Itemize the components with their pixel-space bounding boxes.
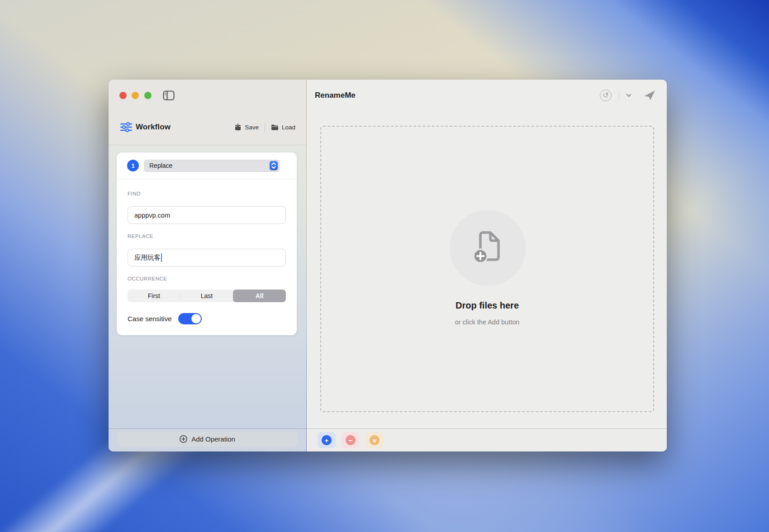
undo-button[interactable]: ↺ bbox=[600, 90, 612, 101]
save-label: Save bbox=[245, 124, 259, 131]
find-value: apppvp.com bbox=[134, 212, 170, 219]
save-icon bbox=[234, 124, 242, 131]
header-divider bbox=[619, 90, 619, 100]
sidebar-title: Workflow bbox=[136, 123, 171, 132]
load-workflow-button[interactable]: Load bbox=[271, 124, 295, 131]
add-files-button[interactable]: + bbox=[318, 432, 336, 448]
occurrence-option-last[interactable]: Last bbox=[180, 290, 233, 302]
sidebar-footer: Add Operation bbox=[109, 428, 306, 451]
add-operation-label: Add Operation bbox=[191, 435, 235, 443]
load-label: Load bbox=[282, 124, 295, 131]
operation-card: 1 Replace FIND apppvp.com REPLACE bbox=[117, 152, 297, 335]
minimize-button[interactable] bbox=[132, 92, 139, 99]
operation-card-header: 1 Replace bbox=[117, 152, 297, 179]
operation-type-select[interactable]: Replace bbox=[144, 160, 280, 172]
clear-files-button[interactable]: × bbox=[366, 432, 384, 448]
sliders-icon bbox=[120, 122, 132, 132]
actions-divider bbox=[265, 123, 265, 132]
save-workflow-button[interactable]: Save bbox=[234, 124, 259, 131]
step-number-badge: 1 bbox=[127, 160, 139, 171]
main-footer: + − × bbox=[307, 428, 667, 451]
main-pane: RenameMe ↺ bbox=[307, 80, 667, 451]
case-sensitive-toggle[interactable] bbox=[178, 313, 202, 324]
operation-card-body: FIND apppvp.com REPLACE 应用玩客 OCCURRENCE … bbox=[117, 191, 297, 324]
run-button[interactable] bbox=[644, 90, 655, 101]
minus-icon: − bbox=[346, 435, 356, 445]
case-sensitive-row: Case sensitive bbox=[128, 313, 286, 324]
dropzone-title: Drop files here bbox=[321, 300, 653, 311]
send-icon bbox=[644, 90, 655, 101]
cross-icon: × bbox=[370, 435, 380, 445]
close-button[interactable] bbox=[119, 92, 127, 99]
plus-icon: + bbox=[322, 435, 332, 445]
folder-icon bbox=[271, 124, 279, 131]
sidebar: Workflow Save bbox=[109, 80, 307, 451]
remove-files-button[interactable]: − bbox=[342, 432, 360, 448]
add-operation-button[interactable]: Add Operation bbox=[118, 431, 298, 447]
dropzone-subtitle: or click the Add button bbox=[321, 318, 653, 326]
toggle-knob bbox=[191, 314, 201, 323]
occurrence-option-first[interactable]: First bbox=[128, 290, 180, 302]
sidebar-actions: Save Load bbox=[234, 123, 295, 132]
plus-circle-icon bbox=[180, 435, 187, 443]
undo-icon: ↺ bbox=[603, 92, 608, 99]
occurrence-label: OCCURRENCE bbox=[128, 276, 286, 282]
replace-value: 应用玩客 bbox=[134, 253, 161, 262]
document-add-icon bbox=[470, 229, 505, 267]
header-actions: ↺ bbox=[600, 89, 655, 102]
zoom-button[interactable] bbox=[144, 92, 152, 99]
file-dropzone[interactable]: Drop files here or click the Add button bbox=[320, 126, 654, 412]
dropzone-circle bbox=[450, 210, 526, 286]
occurrence-option-all[interactable]: All bbox=[233, 290, 286, 302]
chevron-down-icon bbox=[626, 94, 631, 97]
sidebar-toggle-icon bbox=[163, 90, 175, 100]
menu-dropdown-button[interactable] bbox=[624, 90, 634, 100]
find-input[interactable]: apppvp.com bbox=[128, 206, 286, 224]
text-cursor bbox=[161, 253, 162, 262]
sidebar-toggle-button[interactable] bbox=[162, 90, 176, 101]
find-label: FIND bbox=[128, 191, 286, 197]
occurrence-segmented-control: First Last All bbox=[128, 290, 286, 302]
replace-label: REPLACE bbox=[128, 233, 286, 240]
renameme-window: Workflow Save bbox=[109, 80, 667, 451]
operation-type-value: Replace bbox=[149, 162, 172, 169]
workflow-header: Workflow bbox=[120, 122, 171, 132]
select-stepper-icon bbox=[270, 161, 278, 170]
sidebar-content: 1 Replace FIND apppvp.com REPLACE bbox=[109, 145, 306, 428]
app-title: RenameMe bbox=[315, 91, 356, 100]
replace-input[interactable]: 应用玩客 bbox=[128, 249, 286, 266]
sidebar-header: Workflow Save bbox=[109, 80, 306, 145]
case-sensitive-label: Case sensitive bbox=[128, 315, 172, 323]
